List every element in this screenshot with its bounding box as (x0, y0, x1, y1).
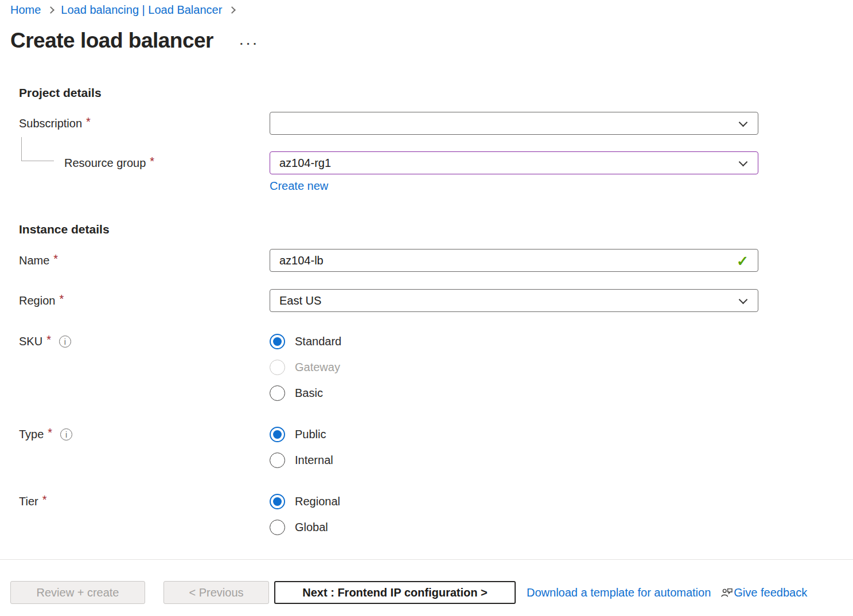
project-details-heading: Project details (19, 86, 758, 100)
chevron-down-icon (739, 295, 748, 305)
page-header: Create load balancer ··· (10, 29, 260, 53)
required-asterisk: * (46, 333, 51, 346)
type-radio-group: Public Internal (270, 422, 758, 473)
page-title: Create load balancer (10, 29, 213, 53)
wizard-footer: Review + create < Previous Next : Fronte… (0, 559, 853, 604)
radio-icon (270, 494, 285, 509)
resource-group-row: Resource group * az104-rg1 (19, 151, 758, 174)
valid-check-icon: ✓ (737, 253, 749, 270)
sku-row: SKU * i Standard Gateway Basic (19, 329, 758, 406)
tier-option-regional[interactable]: Regional (270, 489, 758, 514)
feedback-person-icon (720, 586, 733, 599)
more-options-icon[interactable]: ··· (240, 37, 260, 50)
next-frontend-ip-button[interactable]: Next : Frontend IP configuration > (274, 581, 516, 604)
name-field-wrapper: ✓ (270, 249, 758, 272)
name-input[interactable] (279, 249, 749, 271)
region-value: East US (279, 294, 321, 307)
sku-radio-group: Standard Gateway Basic (270, 329, 758, 406)
chevron-down-icon (739, 118, 748, 127)
region-dropdown[interactable]: East US (270, 289, 758, 312)
region-row: Region * East US (19, 289, 758, 312)
name-row: Name * ✓ (19, 249, 758, 272)
create-new-link[interactable]: Create new (270, 180, 328, 193)
required-asterisk: * (150, 155, 154, 168)
previous-button[interactable]: < Previous (163, 581, 269, 604)
type-option-internal[interactable]: Internal (270, 447, 758, 473)
name-label: Name * (19, 249, 270, 272)
tier-option-global[interactable]: Global (270, 514, 758, 540)
chevron-right-icon (228, 6, 236, 14)
required-asterisk: * (86, 115, 91, 128)
sku-option-standard[interactable]: Standard (270, 329, 758, 354)
required-asterisk: * (59, 293, 64, 306)
breadcrumb: Home Load balancing | Load Balancer (10, 3, 242, 17)
type-row: Type * i Public Internal (19, 422, 758, 473)
type-option-public[interactable]: Public (270, 422, 758, 447)
sku-option-basic[interactable]: Basic (270, 380, 758, 406)
radio-icon (270, 385, 285, 401)
type-label: Type * i (19, 422, 270, 447)
resource-group-label: Resource group * (19, 151, 270, 174)
info-icon[interactable]: i (59, 336, 71, 348)
required-asterisk: * (53, 252, 58, 266)
resource-group-value: az104-rg1 (279, 157, 331, 170)
tier-label: Tier * (19, 489, 270, 514)
subscription-resource-group-connector (21, 137, 54, 161)
info-icon[interactable]: i (60, 428, 72, 440)
region-label: Region * (19, 289, 270, 312)
subscription-label: Subscription * (19, 112, 270, 135)
give-feedback-link[interactable]: Give feedback (720, 586, 807, 599)
instance-details-heading: Instance details (19, 223, 758, 236)
tier-radio-group: Regional Global (270, 489, 758, 540)
required-asterisk: * (48, 426, 52, 439)
required-asterisk: * (42, 493, 47, 506)
radio-icon (270, 427, 285, 442)
subscription-dropdown[interactable] (270, 112, 758, 135)
create-load-balancer-form: Project details Subscription * Resource … (19, 86, 758, 540)
sku-label: SKU * i (19, 329, 270, 354)
resource-group-dropdown[interactable]: az104-rg1 (270, 151, 758, 174)
breadcrumb-home-link[interactable]: Home (10, 3, 41, 17)
radio-icon (270, 520, 285, 535)
radio-icon (270, 453, 285, 468)
chevron-right-icon (47, 6, 54, 14)
review-create-button[interactable]: Review + create (10, 581, 145, 604)
radio-icon (270, 334, 285, 349)
chevron-down-icon (739, 158, 748, 167)
subscription-row: Subscription * (19, 112, 758, 135)
sku-option-gateway: Gateway (270, 354, 758, 380)
download-template-link[interactable]: Download a template for automation (527, 586, 711, 599)
tier-row: Tier * Regional Global (19, 489, 758, 540)
radio-icon (270, 360, 285, 375)
breadcrumb-current-link[interactable]: Load balancing | Load Balancer (61, 3, 222, 17)
